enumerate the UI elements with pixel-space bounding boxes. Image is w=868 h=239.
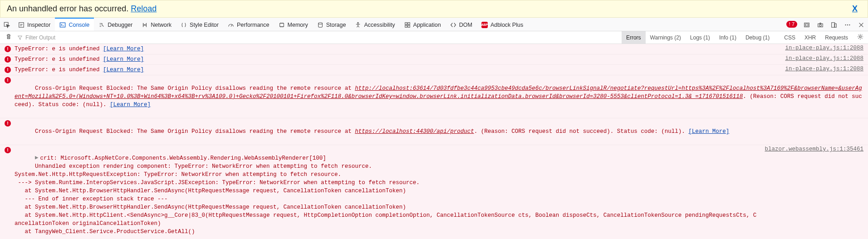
filter-info[interactable]: Info (1) (715, 31, 741, 44)
filter-xhr[interactable]: XHR (800, 31, 820, 44)
learn-more-link[interactable]: [Learn More] (688, 128, 729, 135)
blocked-url-link[interactable]: https://localhost:44300/api/product (355, 128, 474, 135)
source-link[interactable]: in-place-play.js:1:2088 (785, 66, 863, 72)
error-icon: ! (5, 46, 11, 52)
svg-point-19 (859, 36, 861, 38)
filter-css[interactable]: CSS (780, 31, 800, 44)
tab-inspector-label: Inspector (27, 22, 50, 28)
tab-console[interactable]: Console (55, 18, 94, 31)
learn-more-link[interactable]: [Learn More] (110, 102, 151, 108)
tab-dom[interactable]: DOM (446, 18, 477, 31)
tab-debugger-label: Debugger (108, 22, 132, 28)
banner-close-button[interactable]: X (848, 4, 861, 14)
console-message[interactable]: ! TypeError: e is undefined [Learn More]… (0, 65, 868, 75)
style-icon (181, 22, 187, 28)
learn-more-link[interactable]: [Learn More] (103, 56, 144, 63)
learn-more-link[interactable]: [Learn More] (103, 46, 144, 52)
memory-icon (279, 22, 285, 28)
svg-rect-9 (407, 25, 409, 27)
reload-link[interactable]: Reload (131, 4, 157, 13)
source-link[interactable]: in-place-play.js:1:2088 (785, 55, 863, 62)
network-icon (142, 22, 148, 28)
filter-debug[interactable]: Debug (1) (741, 31, 774, 44)
clear-console-button[interactable] (0, 34, 17, 41)
tab-storage-label: Storage (326, 22, 346, 28)
dom-icon (450, 22, 456, 28)
camera-icon (817, 22, 824, 28)
tab-memory-label: Memory (288, 22, 308, 28)
svg-point-17 (847, 24, 848, 25)
app-icon (404, 22, 411, 28)
error-badge-icon: ! (789, 21, 790, 28)
svg-rect-1 (19, 22, 24, 27)
message-text: Cross-Origin Request Blocked: The Same O… (35, 128, 355, 135)
tab-inspector[interactable]: Inspector (14, 18, 55, 31)
console-message[interactable]: ! Cross-Origin Request Blocked: The Same… (0, 118, 868, 145)
error-icon: ! (5, 56, 11, 63)
svg-point-18 (849, 24, 850, 25)
console-message[interactable]: ! TypeError: e is undefined [Learn More]… (0, 54, 868, 65)
svg-rect-7 (407, 22, 409, 24)
picker-icon (4, 22, 10, 28)
tab-network-label: Network (151, 22, 172, 28)
tab-a11y-label: Accessibility (364, 22, 395, 28)
filter-errors[interactable]: Errors (622, 31, 646, 44)
error-icon: ! (5, 77, 11, 83)
filter-requests[interactable]: Requests (820, 31, 853, 44)
tab-network[interactable]: Network (137, 18, 176, 31)
source-link[interactable]: blazor.webassembly.js:1:35461 (765, 146, 863, 152)
error-count-badge[interactable]: ! 7 (786, 21, 797, 28)
storage-icon (317, 22, 324, 28)
console-settings-button[interactable] (853, 34, 868, 41)
tab-debugger[interactable]: Debugger (94, 18, 137, 31)
message-text: crit: Microsoft.AspNetCore.Components.We… (15, 155, 756, 235)
filter-output-input[interactable]: Filter Output (17, 34, 135, 41)
tab-accessibility[interactable]: Accessibility (350, 18, 399, 31)
close-icon (858, 22, 864, 28)
error-icon: ! (5, 120, 11, 127)
filter-logs[interactable]: Logs (1) (686, 31, 715, 44)
svg-rect-2 (60, 23, 65, 27)
error-banner: An unhandled error has occurred. Reload … (0, 0, 868, 18)
iframe-target-button[interactable] (800, 18, 814, 31)
tab-adblock[interactable]: ABP Adblock Plus (477, 18, 528, 31)
svg-point-13 (819, 24, 821, 26)
learn-more-link[interactable]: [Learn More] (103, 67, 144, 73)
tab-perf-label: Performance (237, 22, 270, 28)
console-filter-bar: Filter Output Errors Warnings (2) Logs (… (0, 31, 868, 44)
responsive-mode-button[interactable] (827, 18, 841, 31)
more-button[interactable] (841, 18, 854, 31)
tab-memory[interactable]: Memory (274, 18, 313, 31)
filter-placeholder: Filter Output (25, 34, 55, 41)
message-text: TypeError: e is undefined (15, 46, 103, 52)
tab-performance[interactable]: Performance (223, 18, 274, 31)
filter-warnings[interactable]: Warnings (2) (646, 31, 686, 44)
svg-point-5 (358, 22, 359, 24)
close-devtools-button[interactable] (854, 18, 868, 31)
console-message[interactable]: ! TypeError: e is undefined [Learn More]… (0, 44, 868, 54)
element-picker-button[interactable] (0, 18, 14, 31)
kebab-icon (844, 22, 851, 28)
tab-console-label: Console (69, 22, 89, 28)
svg-rect-6 (405, 22, 407, 24)
console-icon (59, 22, 66, 28)
debugger-icon (98, 22, 105, 28)
tab-storage[interactable]: Storage (313, 18, 351, 31)
console-message[interactable]: ! ▶crit: Microsoft.AspNetCore.Components… (0, 145, 868, 239)
source-link[interactable]: in-place-play.js:1:2088 (785, 45, 863, 51)
a11y-icon (355, 22, 361, 28)
console-message[interactable]: ! Cross-Origin Request Blocked: The Same… (0, 75, 868, 118)
error-icon: ! (5, 67, 11, 73)
tab-application[interactable]: Application (400, 18, 446, 31)
error-icon: ! (5, 147, 11, 153)
screenshot-button[interactable] (814, 18, 827, 31)
trash-icon (5, 34, 12, 40)
svg-rect-3 (280, 23, 284, 26)
svg-rect-10 (804, 23, 809, 27)
tab-style-editor[interactable]: Style Editor (176, 18, 223, 31)
tab-style-label: Style Editor (190, 22, 219, 28)
svg-point-4 (318, 22, 322, 24)
expand-toggle[interactable]: ▶ (35, 154, 39, 162)
message-text-tail: . (Reason: CORS request did not succeed)… (474, 128, 689, 135)
inspector-icon (18, 22, 25, 28)
